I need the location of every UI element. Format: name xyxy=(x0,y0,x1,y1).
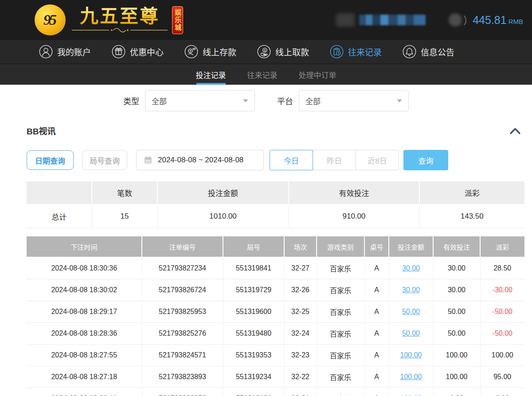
quick-range-yesterday-button[interactable]: 昨日 xyxy=(313,150,356,170)
quick-range-last-8-days-button[interactable]: 近8日 xyxy=(356,150,399,170)
search-button[interactable]: 查询 xyxy=(403,150,448,170)
logo-monogram: 95 xyxy=(43,12,57,28)
balance: 445.81RMB xyxy=(473,14,523,27)
summary-row: 总计 15 1010.00 910.00 143.50 xyxy=(27,204,524,228)
nav-item-promotions[interactable]: 优惠中心 xyxy=(112,45,164,59)
summary-header-row: 笔数 投注金额 有效投注 派彩 xyxy=(27,181,524,204)
tab-processing-orders[interactable]: 处理中订单 xyxy=(298,64,337,85)
records-icon xyxy=(330,45,344,59)
bet-amount-link[interactable]: 100.00 xyxy=(400,373,422,380)
bet-amount-header: 投注金额 xyxy=(389,236,433,257)
table-row: 2024-08-08 18:30:02521793826724551319729… xyxy=(27,279,524,301)
type-select[interactable]: 全部 xyxy=(145,90,255,111)
type-filter: 类型 全部 xyxy=(123,90,255,111)
table-number-header: 桌号 xyxy=(364,236,389,257)
table-row: 2024-08-08 18:27:18521793823893551319234… xyxy=(27,366,524,388)
summary-header-count: 笔数 xyxy=(92,181,157,204)
bet-amount-cell: 50.00 xyxy=(389,301,433,323)
nav-item-records[interactable]: 往来记录 xyxy=(330,45,382,59)
gift-icon xyxy=(112,45,125,59)
svg-text:$: $ xyxy=(264,48,266,52)
withdraw-icon: $ xyxy=(257,45,271,59)
bet-table-body: 2024-08-08 18:30:36521793827234551319841… xyxy=(27,257,524,396)
session-cell: 32-22 xyxy=(284,366,317,388)
summary-header-payout: 派彩 xyxy=(419,181,524,204)
order-number-cell: 521793823252 xyxy=(142,388,223,396)
top-header: 95 九五至尊 娱乐城 445.81RMB xyxy=(0,0,532,40)
nav-item-label: 优惠中心 xyxy=(130,46,164,58)
bet-amount-cell: 30.00 xyxy=(389,257,433,279)
round-number-cell: 551319841 xyxy=(223,257,284,279)
tab-label: 投注记录 xyxy=(196,69,226,80)
bet-amount-link[interactable]: 100.00 xyxy=(400,351,422,359)
payout-cell: -50.00 xyxy=(480,301,524,323)
date-range-picker[interactable]: 2024-08-08 ~ 2024-08-08 xyxy=(136,150,264,170)
valid-bet-cell: 100.00 xyxy=(433,345,480,366)
table-row: 2024-08-08 18:28:36521793825276551319480… xyxy=(27,323,524,345)
session-cell: 32-26 xyxy=(284,279,317,301)
game-type-cell: 百家乐 xyxy=(317,388,364,396)
summary-row-label: 总计 xyxy=(27,204,92,228)
site-logo[interactable]: 95 九五至尊 娱乐城 xyxy=(35,4,183,35)
bet-amount-link[interactable]: 50.00 xyxy=(402,308,420,315)
order-number-cell: 521793823893 xyxy=(142,366,223,388)
tab-label: 往来记录 xyxy=(247,69,278,80)
bet-amount-cell: 100.00 xyxy=(389,388,433,396)
summary-payout-value: 143.50 xyxy=(419,204,524,228)
type-filter-label: 类型 xyxy=(123,95,139,106)
payout-cell: -50.00 xyxy=(480,323,524,345)
table-row: 2024-08-08 18:26:41521793823252551319121… xyxy=(27,388,524,396)
session-cell: 32-21 xyxy=(284,388,317,396)
nav-item-label: 往来记录 xyxy=(348,46,382,58)
valid-bet-cell: 50.00 xyxy=(433,323,480,345)
nav-item-deposit[interactable]: ¥线上存款 xyxy=(184,45,236,59)
order-number-cell: 521793826724 xyxy=(142,279,223,301)
nav-item-my-account[interactable]: 我的账户 xyxy=(39,45,91,59)
type-select-value: 全部 xyxy=(152,95,167,106)
summary-table: 笔数 投注金额 有效投注 派彩 总计 15 1010.00 910.00 143… xyxy=(27,181,524,228)
avatar[interactable] xyxy=(336,13,355,27)
session-cell: 32-27 xyxy=(284,257,317,279)
table-number-cell: A xyxy=(364,366,389,388)
order-number-cell: 521793825953 xyxy=(142,301,223,323)
round-number-cell: 551319480 xyxy=(223,323,284,345)
platform-select[interactable]: 全部 xyxy=(299,90,409,111)
collapse-section-button[interactable] xyxy=(506,127,524,135)
nav-item-label: 信息公告 xyxy=(421,46,454,58)
logo-text: 九五至尊 xyxy=(71,7,168,33)
balance-amount: 445.81 xyxy=(473,14,506,26)
summary-count-value: 15 xyxy=(92,204,157,228)
valid-bet-cell: 0.00 xyxy=(433,388,480,396)
round-number-cell: 551319353 xyxy=(223,345,284,366)
bet-time-cell: 2024-08-08 18:28:36 xyxy=(27,323,142,345)
payout-cell: 95.00 xyxy=(480,366,524,388)
summary-header-bet-amount: 投注金额 xyxy=(157,181,289,204)
order-number-cell: 521793827234 xyxy=(142,257,223,279)
nav-item-announcements[interactable]: 信息公告 xyxy=(403,45,454,59)
tab-transaction-records[interactable]: 往来记录 xyxy=(246,64,278,85)
bet-amount-link[interactable]: 50.00 xyxy=(402,329,420,337)
platform-filter-label: 平台 xyxy=(277,95,293,106)
round-number-cell: 551319729 xyxy=(223,279,284,301)
main-nav: 我的账户优惠中心¥线上存款$线上取款往来记录信息公告 xyxy=(0,40,532,63)
summary-bet-amount-value: 1010.00 xyxy=(157,204,289,228)
quick-range-today-button[interactable]: 今日 xyxy=(270,150,313,170)
bet-amount-link[interactable]: 30.00 xyxy=(402,264,420,272)
date-query-button[interactable]: 日期查询 xyxy=(27,150,74,170)
tab-bet-records[interactable]: 投注记录 xyxy=(195,64,227,85)
sub-nav: 投注记录往来记录处理中订单 xyxy=(0,63,532,85)
round-query-button[interactable]: 局号查询 xyxy=(82,150,127,170)
table-number-cell: A xyxy=(364,323,389,345)
deposit-icon: ¥ xyxy=(184,45,198,59)
valid-bet-cell: 30.00 xyxy=(433,257,480,279)
bet-amount-link[interactable]: 30.00 xyxy=(402,286,420,294)
summary-valid-bet-value: 910.00 xyxy=(289,204,419,228)
round-number-header: 局号 xyxy=(223,236,284,257)
nav-item-withdraw[interactable]: $线上取款 xyxy=(257,45,309,59)
nav-item-label: 线上取款 xyxy=(275,46,309,58)
platform-filter: 平台 全部 xyxy=(277,90,409,111)
username-redacted xyxy=(359,15,426,25)
balance-refresh-icon[interactable] xyxy=(449,13,467,27)
summary-header-valid-bet: 有效投注 xyxy=(289,181,419,204)
round-number-cell: 551319234 xyxy=(223,366,284,388)
